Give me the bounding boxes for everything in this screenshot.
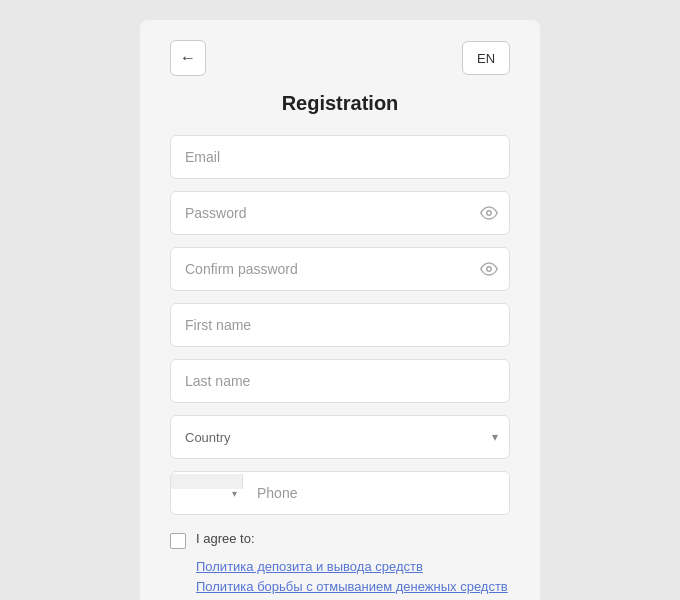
agree-row: I agree to:	[170, 531, 510, 549]
registration-card: ← EN Registration	[140, 20, 540, 600]
back-icon: ←	[180, 49, 196, 67]
back-button[interactable]: ←	[170, 40, 206, 76]
phone-code-wrapper: ▾	[171, 472, 243, 514]
confirm-password-eye-icon[interactable]	[480, 260, 498, 278]
agree-checkbox[interactable]	[170, 533, 186, 549]
password-input[interactable]	[170, 191, 510, 235]
policy-links-list: Политика депозита и вывода средств Полит…	[170, 557, 510, 600]
list-item: Политика борьбы с отмыванием денежных ср…	[196, 577, 510, 595]
country-group: Country ▾	[170, 415, 510, 459]
phone-group: ▾	[170, 471, 510, 515]
phone-code-select[interactable]	[171, 474, 243, 489]
language-button[interactable]: EN	[462, 41, 510, 75]
last-name-group	[170, 359, 510, 403]
phone-code-chevron-icon: ▾	[232, 488, 237, 499]
nav-row: ← EN	[170, 40, 510, 76]
first-name-group	[170, 303, 510, 347]
email-input[interactable]	[170, 135, 510, 179]
confirm-password-group	[170, 247, 510, 291]
confirm-password-input[interactable]	[170, 247, 510, 291]
password-eye-icon[interactable]	[480, 204, 498, 222]
list-item: Политика депозита и вывода средств	[196, 557, 510, 575]
country-select[interactable]: Country	[170, 415, 510, 459]
svg-point-1	[487, 267, 492, 272]
password-group	[170, 191, 510, 235]
phone-input[interactable]	[243, 472, 509, 514]
last-name-input[interactable]	[170, 359, 510, 403]
page-title: Registration	[170, 92, 510, 115]
first-name-input[interactable]	[170, 303, 510, 347]
aml-policy-link[interactable]: Политика борьбы с отмыванием денежных ср…	[196, 579, 508, 594]
email-group	[170, 135, 510, 179]
language-label: EN	[477, 51, 495, 66]
deposit-policy-link[interactable]: Политика депозита и вывода средств	[196, 559, 423, 574]
svg-point-0	[487, 211, 492, 216]
page-wrapper: ← EN Registration	[0, 0, 680, 600]
agree-text: I agree to:	[196, 531, 255, 546]
phone-row: ▾	[170, 471, 510, 515]
